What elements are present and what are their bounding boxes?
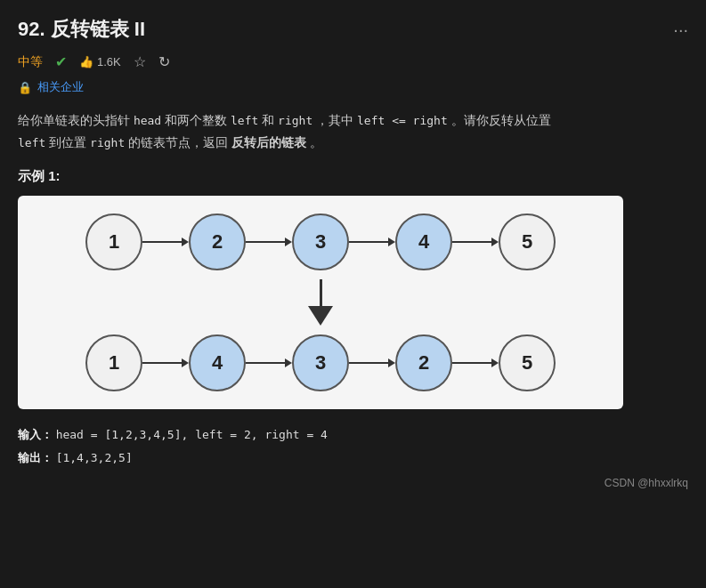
diagram-container: 1 2 3 4 5 1 4 3 2 5 (18, 196, 623, 409)
like-group[interactable]: 👍 1.6K (79, 55, 121, 68)
arrow-b4 (452, 358, 499, 367)
arrow-2 (246, 238, 292, 246)
bottom-node-4: 4 (189, 334, 246, 391)
io-section: 输入： head = [1,2,3,4,5], left = 2, right … (18, 423, 688, 470)
down-arrow (308, 279, 333, 326)
arrow-1 (142, 238, 189, 246)
output-label: 输出： (18, 451, 53, 464)
title-row: 92. 反转链表 II ··· (18, 16, 688, 43)
input-line: 输入： head = [1,2,3,4,5], left = 2, right … (18, 423, 688, 447)
input-label: 输入： (18, 428, 53, 441)
example-title: 示例 1: (18, 168, 688, 185)
bottom-node-1: 1 (85, 334, 142, 391)
page-title: 92. 反转链表 II (18, 16, 145, 43)
arrow-b1 (142, 358, 189, 367)
output-line: 输出： [1,4,3,2,5] (18, 447, 688, 470)
check-icon: ✔ (55, 53, 67, 70)
company-row[interactable]: 🔒 相关企业 (18, 79, 688, 95)
thumb-icon: 👍 (79, 55, 93, 68)
desc-text-2: left 到位置 right 的链表节点，返回 反转后的链表 。 (18, 135, 322, 149)
down-arrow-line (320, 279, 322, 306)
top-node-5: 5 (499, 213, 556, 270)
more-icon[interactable]: ··· (673, 20, 688, 40)
refresh-icon[interactable]: ↻ (158, 53, 170, 70)
bottom-node-5: 5 (499, 334, 556, 391)
top-node-3: 3 (292, 213, 349, 270)
input-value: head = [1,2,3,4,5], left = 2, right = 4 (56, 428, 328, 441)
down-arrow-wrapper (308, 270, 333, 334)
top-node-1: 1 (85, 213, 142, 270)
down-arrow-head (308, 306, 333, 326)
lock-icon: 🔒 (18, 81, 32, 94)
difficulty-badge: 中等 (18, 54, 43, 70)
output-value: [1,4,3,2,5] (56, 451, 133, 464)
desc-text-1: 给你单链表的头指针 head 和两个整数 left 和 right ，其中 le… (18, 113, 551, 127)
bottom-node-3: 3 (292, 334, 349, 391)
csdn-credit: CSDN @hhxxlrkq (18, 477, 688, 489)
top-node-2: 2 (189, 213, 246, 270)
arrow-3 (349, 238, 395, 246)
description: 给你单链表的头指针 head 和两个整数 left 和 right ，其中 le… (18, 109, 688, 154)
bottom-node-2: 2 (395, 334, 452, 391)
top-nodes-row: 1 2 3 4 5 (85, 213, 556, 270)
top-node-4: 4 (395, 213, 452, 270)
company-link-text[interactable]: 相关企业 (37, 79, 84, 95)
like-count: 1.6K (97, 55, 121, 68)
meta-row: 中等 ✔ 👍 1.6K ☆ ↻ (18, 53, 688, 70)
bottom-nodes-row: 1 4 3 2 5 (85, 334, 556, 391)
arrow-4 (452, 238, 499, 246)
star-icon[interactable]: ☆ (134, 53, 146, 70)
arrow-b3 (349, 358, 395, 367)
example-section: 示例 1: 1 2 3 4 5 1 4 3 (18, 168, 688, 470)
arrow-b2 (246, 358, 292, 367)
